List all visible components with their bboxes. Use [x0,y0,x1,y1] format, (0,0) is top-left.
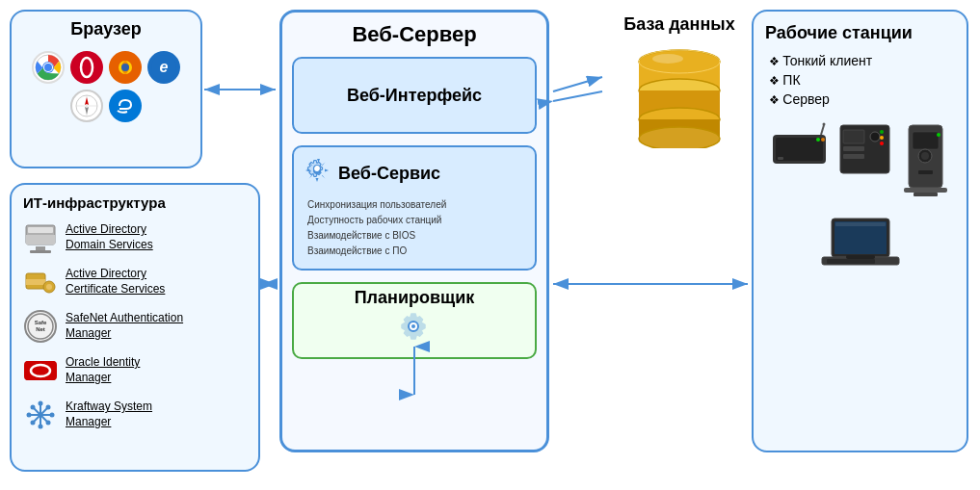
web-service-title: Веб-Сервис [338,164,440,184]
ie-icon: e [147,51,180,84]
main-container: Браузер [0,0,980,490]
it-infra-box: ИТ-инфраструктура Active Directory Domai… [10,183,260,472]
svg-rect-20 [28,227,53,233]
it-item-oracle: Oracle Identity Manager [23,353,247,388]
desktop-pc-device [899,120,952,206]
web-service-box: Веб-Сервис Синхронизация пользователей Д… [292,145,537,271]
kraftway-icon [23,398,58,432]
svg-point-47 [411,324,415,328]
svg-point-17 [113,93,138,118]
svg-rect-85 [846,255,875,259]
it-item-ad-cert: Active Directory Certificate Services [23,265,247,299]
svg-rect-84 [827,259,875,264]
svg-text:Net: Net [36,326,45,332]
safari-icon [70,90,103,122]
it-item-ad-domain: Active Directory Domain Services [23,220,247,255]
svg-point-61 [821,138,825,142]
it-item-safenet: Safe Net SafeNet Authentication Manager [23,309,247,344]
svg-text:Safe: Safe [35,320,47,325]
svg-point-63 [823,123,826,126]
thin-client-device [768,120,831,206]
svg-point-54 [639,127,720,148]
svg-line-92 [553,77,602,91]
web-interface-title: Веб-Интерфейс [347,86,482,106]
svg-point-75 [921,152,929,160]
svg-point-69 [880,130,884,134]
scheduler-gear-icon [397,312,432,354]
it-item-kraftway: Kraftway System Manager [23,398,247,432]
web-service-content: Синхронизация пользователей Доступность … [304,197,525,259]
edge-icon [109,90,142,122]
ad-cert-icon [23,265,58,299]
ws-item-thin: Тонкий клиент [765,53,955,68]
svg-point-60 [816,138,820,142]
svg-rect-19 [26,235,55,245]
database-container: База данных [617,14,742,148]
svg-point-8 [121,64,129,71]
svg-line-93 [553,91,602,101]
safenet-icon: Safe Net [23,309,58,344]
svg-text:e: e [160,59,169,75]
kraftway-text: Kraftway System Manager [66,400,152,429]
ws-devices [765,120,955,280]
oracle-text: Oracle Identity Manager [66,355,140,385]
svg-point-38 [27,413,32,418]
chrome-icon [32,51,65,84]
svg-line-62 [821,125,824,135]
webserver-box: Веб-Сервер Веб-Интерфейс [279,10,549,452]
it-infra-title: ИТ-инфраструктура [23,194,247,211]
workstations-title: Рабочие станции [765,23,955,43]
ws-item-pc: ПК [765,72,955,88]
svg-rect-21 [36,246,45,250]
ws-item-server: Сервер [765,91,955,107]
webserver-title: Веб-Сервер [292,22,537,47]
database-title: База данных [617,14,742,35]
browser-icons: e [19,47,193,126]
svg-rect-24 [26,279,45,285]
svg-point-42 [31,421,36,426]
svg-point-43 [46,421,51,426]
svg-rect-82 [835,222,886,226]
svg-rect-78 [904,188,947,193]
svg-rect-67 [843,154,864,159]
ad-domain-icon [23,220,58,255]
svg-rect-81 [834,221,887,254]
scheduler-box: Планировщик [292,282,537,359]
svg-rect-22 [30,250,51,253]
server-unit-device [838,120,891,206]
browser-title: Браузер [19,19,193,39]
svg-rect-73 [913,132,939,149]
svg-point-36 [39,401,43,406]
svg-point-37 [39,425,43,429]
browser-box: Браузер [10,10,202,168]
svg-rect-79 [914,193,938,196]
database-icon [631,42,728,148]
web-service-header: Веб-Сервис [304,157,525,190]
ad-domain-text: Active Directory Domain Services [66,222,153,252]
svg-rect-59 [778,157,783,160]
web-interface-box: Веб-Интерфейс [292,57,537,134]
workstations-box: Рабочие станции Тонкий клиент ПК Сервер [752,10,968,452]
ad-cert-text: Active Directory Certificate Services [66,267,165,297]
svg-point-56 [652,54,683,64]
oracle-icon [23,353,58,388]
svg-point-40 [31,405,36,410]
svg-point-26 [46,284,52,290]
svg-rect-76 [918,170,933,174]
firefox-icon [109,51,142,84]
svg-rect-66 [843,146,864,151]
svg-point-45 [314,166,321,172]
svg-point-39 [50,413,55,418]
svg-point-70 [880,136,884,140]
scheduler-title: Планировщик [355,288,475,308]
svg-point-41 [46,405,51,410]
workstations-list: Тонкий клиент ПК Сервер [765,53,955,107]
svg-point-3 [44,64,52,71]
web-service-gear-icon [304,157,331,190]
svg-point-71 [880,142,884,145]
svg-point-77 [937,133,940,137]
svg-point-68 [870,132,880,142]
opera-icon [70,51,103,84]
svg-rect-65 [843,130,864,143]
laptop-device [817,214,904,280]
